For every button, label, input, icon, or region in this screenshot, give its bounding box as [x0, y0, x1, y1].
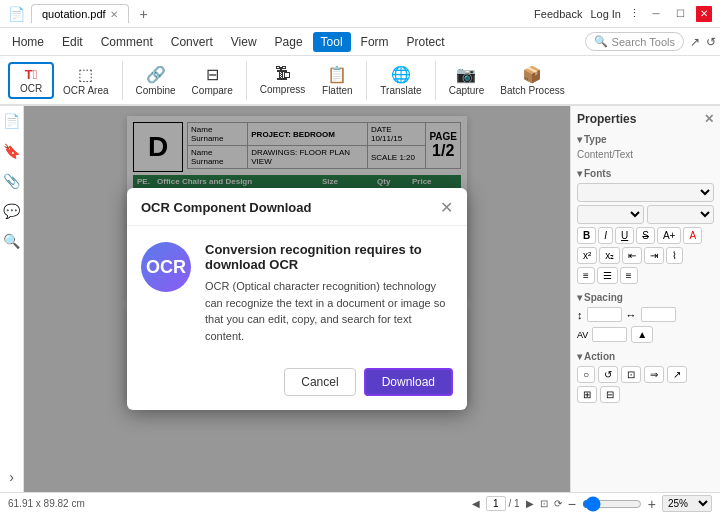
font-align-select[interactable]	[647, 205, 714, 224]
rotate-button[interactable]: ⟳	[554, 498, 562, 509]
compress-button[interactable]: 🗜 Compress	[253, 61, 313, 99]
external-link-icon[interactable]: ↗	[690, 35, 700, 49]
font-size-select[interactable]	[577, 205, 644, 224]
menu-comment[interactable]: Comment	[93, 32, 161, 52]
align-right-button[interactable]: ≡	[620, 267, 638, 284]
char-spacing-button[interactable]: ⌇	[666, 247, 683, 264]
menu-icon[interactable]: ⋮	[629, 7, 640, 20]
compare-button[interactable]: ⊟ Compare	[185, 61, 240, 100]
sidebar-comment-icon[interactable]: 💬	[0, 200, 23, 222]
close-button[interactable]: ✕	[696, 6, 712, 22]
sidebar-bookmark-icon[interactable]: 🔖	[0, 140, 23, 162]
action-btn-5[interactable]: ↗	[667, 366, 687, 383]
login-link[interactable]: Log In	[590, 8, 621, 20]
font-color-button[interactable]: A	[683, 227, 702, 244]
new-tab-button[interactable]: +	[135, 5, 153, 23]
toolbar-group-compress: 🗜 Compress 📋 Flatten	[246, 61, 363, 100]
indent-right-button[interactable]: ⇥	[644, 247, 664, 264]
bold-button[interactable]: B	[577, 227, 596, 244]
char-spacing-icon: ↔	[626, 309, 637, 321]
page-prev-button[interactable]: ◀	[472, 498, 480, 509]
ocr-button[interactable]: T⃞ OCR	[8, 62, 54, 99]
app-icon: 📄	[8, 6, 25, 22]
sidebar-search-icon[interactable]: 🔍	[0, 230, 23, 252]
font-select[interactable]	[577, 183, 714, 202]
menu-bar: Home Edit Comment Convert View Page Tool…	[0, 28, 720, 56]
fit-page-button[interactable]: ⊡	[540, 498, 548, 509]
strikethrough-button[interactable]: S	[636, 227, 655, 244]
menu-tool[interactable]: Tool	[313, 32, 351, 52]
menu-protect[interactable]: Protect	[399, 32, 453, 52]
align-center-button[interactable]: ☰	[597, 267, 618, 284]
panel-close-icon[interactable]: ✕	[704, 112, 714, 126]
search-icon: 🔍	[594, 35, 608, 48]
chevron-down-icon: ▾	[577, 168, 582, 179]
align-left-button[interactable]: ≡	[577, 267, 595, 284]
translate-icon: 🌐	[391, 65, 411, 84]
menu-home[interactable]: Home	[4, 32, 52, 52]
page-next-button[interactable]: ▶	[526, 498, 534, 509]
action-btn-4[interactable]: ⇒	[644, 366, 664, 383]
action-buttons-row: ○ ↺ ⊡ ⇒ ↗	[577, 366, 714, 383]
toolbar: T⃞ OCR ⬚ OCR Area 🔗 Combine ⊟ Compare 🗜 …	[0, 56, 720, 106]
tab-close-icon[interactable]: ✕	[110, 9, 118, 20]
status-bar: 61.91 x 89.82 cm ◀ / 1 ▶ ⊡ ⟳ − + 25% 50%…	[0, 492, 720, 514]
zoom-out-button[interactable]: −	[568, 496, 576, 512]
italic-button[interactable]: I	[598, 227, 613, 244]
menu-page[interactable]: Page	[267, 32, 311, 52]
download-button[interactable]: Download	[364, 368, 453, 396]
maximize-button[interactable]: ☐	[672, 6, 688, 22]
search-tools[interactable]: 🔍 Search Tools	[585, 32, 684, 51]
indent-left-button[interactable]: ⇤	[622, 247, 642, 264]
translate-button[interactable]: 🌐 Translate	[373, 61, 428, 100]
action-btn-2[interactable]: ↺	[598, 366, 618, 383]
page-current-input[interactable]	[486, 496, 506, 511]
av-input[interactable]	[592, 327, 627, 342]
document-area: D Name Surname PROJECT: BEDROOM DATE 10/…	[24, 106, 570, 492]
panel-action-section: ▾ Action ○ ↺ ⊡ ⇒ ↗ ⊞ ⊟	[577, 351, 714, 403]
batch-process-button[interactable]: 📦 Batch Process	[493, 61, 571, 100]
document-tab[interactable]: quotation.pdf ✕	[31, 4, 129, 23]
superscript-button[interactable]: x²	[577, 247, 597, 264]
capture-button[interactable]: 📷 Capture	[442, 61, 492, 100]
batch-icon: 📦	[522, 65, 542, 84]
combine-button[interactable]: 🔗 Combine	[129, 61, 183, 100]
av-spacing-row: AV ▲	[577, 326, 714, 343]
zoom-in-button[interactable]: +	[648, 496, 656, 512]
sidebar-expand-icon[interactable]: ›	[6, 466, 17, 488]
underline-button[interactable]: U	[615, 227, 634, 244]
modal-content: Conversion recognition requires to downl…	[205, 242, 453, 344]
title-bar-right: Feedback Log In ⋮ ─ ☐ ✕	[534, 6, 712, 22]
minimize-button[interactable]: ─	[648, 6, 664, 22]
capture-icon: 📷	[456, 65, 476, 84]
action-btn-7[interactable]: ⊟	[600, 386, 620, 403]
left-sidebar: 📄 🔖 📎 💬 🔍 ›	[0, 106, 24, 492]
menu-view[interactable]: View	[223, 32, 265, 52]
line-spacing-input[interactable]	[587, 307, 622, 322]
modal-footer: Cancel Download	[127, 358, 467, 410]
sidebar-pages-icon[interactable]: 📄	[0, 110, 23, 132]
modal-content-text: OCR (Optical character recognition) tech…	[205, 278, 453, 344]
char-spacing-input[interactable]	[641, 307, 676, 322]
modal-close-button[interactable]: ✕	[440, 198, 453, 217]
refresh-icon[interactable]: ↺	[706, 35, 716, 49]
ocr-area-button[interactable]: ⬚ OCR Area	[56, 61, 116, 100]
cancel-button[interactable]: Cancel	[284, 368, 355, 396]
action-btn-6[interactable]: ⊞	[577, 386, 597, 403]
menu-edit[interactable]: Edit	[54, 32, 91, 52]
zoom-select[interactable]: 25% 50% 75% 100%	[662, 495, 712, 512]
line-spacing-row: ↕ ↔	[577, 307, 714, 322]
subscript-button[interactable]: x₂	[599, 247, 620, 264]
zoom-slider[interactable]	[582, 496, 642, 512]
action-btn-1[interactable]: ○	[577, 366, 595, 383]
menu-form[interactable]: Form	[353, 32, 397, 52]
font-grow-button[interactable]: A+	[657, 227, 682, 244]
modal-ocr-icon: OCR	[141, 242, 191, 292]
sidebar-attachment-icon[interactable]: 📎	[0, 170, 23, 192]
menu-convert[interactable]: Convert	[163, 32, 221, 52]
feedback-link[interactable]: Feedback	[534, 8, 582, 20]
flatten-button[interactable]: 📋 Flatten	[314, 61, 360, 100]
panel-type-section: ▾ Type Content/Text	[577, 134, 714, 160]
spacing-up-button[interactable]: ▲	[631, 326, 653, 343]
action-btn-3[interactable]: ⊡	[621, 366, 641, 383]
